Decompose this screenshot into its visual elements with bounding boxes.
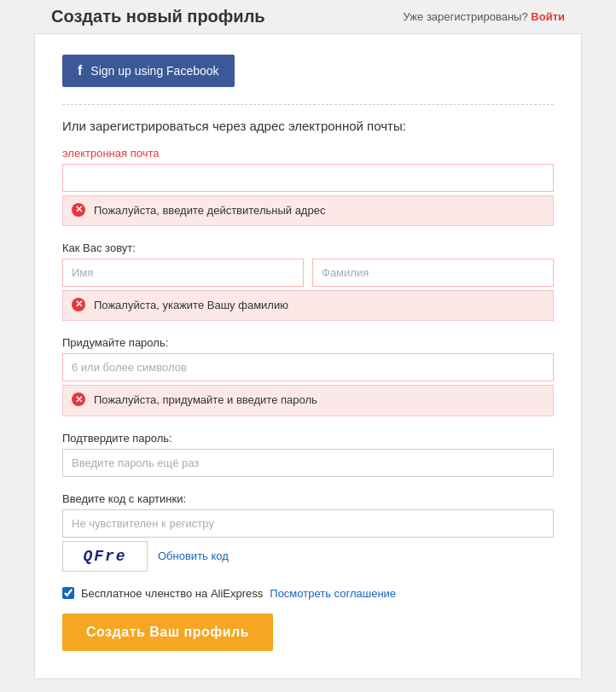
captcha-group: Введите код с картинки: QFre Обновить ко… [62, 492, 554, 572]
name-row [62, 259, 554, 287]
email-error-box: ✕ Пожалуйста, введите действительный адр… [62, 195, 554, 226]
password-error-box: ✕ Пожалуйста, придумайте и введите парол… [62, 385, 554, 416]
header-bar: Создать новый профиль Уже зарегистрирова… [0, 0, 616, 33]
terms-row: Бесплатное членство на AliExpress Посмот… [62, 587, 554, 600]
confirm-password-group: Подтвердите пароль: [62, 432, 554, 477]
password-group: Придумайте пароль: ✕ Пожалуйста, придума… [62, 336, 554, 416]
email-error-icon: ✕ [72, 203, 85, 217]
divider [62, 104, 554, 105]
refresh-captcha-link[interactable]: Обновить код [158, 550, 229, 562]
password-label: Придумайте пароль: [62, 336, 554, 349]
confirm-password-label: Подтвердите пароль: [62, 432, 554, 445]
captcha-input[interactable] [62, 509, 554, 538]
name-group: Как Вас зовут: ✕ Пожалуйста, укажите Ваш… [62, 241, 554, 321]
login-link[interactable]: Войти [531, 10, 565, 23]
already-registered: Уже зарегистрированы? Войти [404, 10, 565, 23]
name-error-icon: ✕ [72, 298, 85, 311]
terms-link[interactable]: Посмотреть соглашение [270, 587, 396, 600]
page-wrapper: Создать новый профиль Уже зарегистрирова… [0, 0, 616, 679]
captcha-label: Введите код с картинки: [62, 492, 554, 505]
page-title: Создать новый профиль [51, 7, 265, 26]
terms-checkbox[interactable] [62, 587, 74, 599]
password-input[interactable] [62, 353, 554, 381]
first-name-input[interactable] [62, 259, 304, 287]
captcha-image: QFre [62, 541, 148, 572]
facebook-icon: f [78, 63, 82, 79]
captcha-row: QFre Обновить код [62, 541, 554, 572]
email-input[interactable] [62, 164, 554, 192]
facebook-signup-button[interactable]: f Sign up using Facebook [62, 55, 235, 87]
form-card: f Sign up using Facebook Или зарегистрир… [34, 33, 582, 679]
terms-text: Бесплатное членство на AliExpress [81, 587, 263, 600]
last-name-input[interactable] [312, 259, 554, 287]
name-label: Как Вас зовут: [62, 241, 554, 254]
submit-button[interactable]: Создать Ваш профиль [62, 613, 273, 651]
email-label: электронная почта [62, 147, 554, 160]
email-group: электронная почта ✕ Пожалуйста, введите … [62, 147, 554, 226]
name-error-box: ✕ Пожалуйста, укажите Вашу фамилию [62, 290, 554, 321]
password-error-icon: ✕ [72, 393, 85, 406]
confirm-password-input[interactable] [62, 449, 554, 477]
or-text: Или зарегистрироваться через адрес элект… [62, 119, 554, 133]
